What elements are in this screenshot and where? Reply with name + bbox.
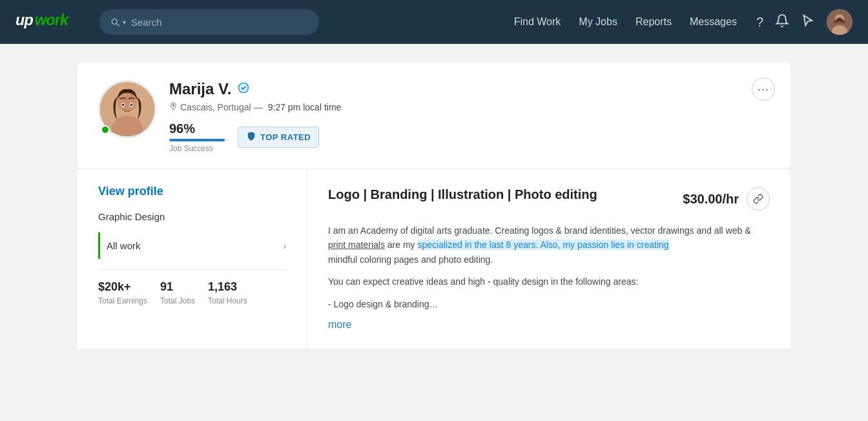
progress-bar-fill [169, 139, 225, 141]
gig-description-2: You can expect creative ideas and high -… [328, 274, 770, 289]
category-label[interactable]: Graphic Design [98, 211, 286, 222]
svg-point-10 [122, 104, 125, 107]
progress-bar [169, 139, 227, 141]
chevron-right-icon: › [283, 241, 286, 251]
more-link[interactable]: more [328, 319, 351, 330]
profile-location: Cascais, Portugal — 9:27 pm local time [169, 102, 770, 112]
stat-hours: 1,163 Total Hours [208, 280, 247, 305]
left-panel: View profile Graphic Design All work › $… [78, 169, 307, 349]
search-input[interactable] [131, 17, 286, 28]
svg-text:work: work [35, 12, 69, 28]
profile-stats: 96% Job Success TOP RATED [169, 121, 770, 153]
right-panel: Logo | Branding | Illustration | Photo e… [307, 169, 790, 349]
top-rated-badge: TOP RATED [238, 127, 319, 148]
upwork-logo[interactable]: up work [16, 10, 80, 35]
profile-name: Marija V. [169, 80, 770, 98]
main-nav: Find Work My Jobs Reports Messages [514, 16, 737, 28]
cursor-icon[interactable] [801, 14, 815, 31]
stat-jobs: 91 Total Jobs [160, 280, 195, 305]
messages-link[interactable]: Messages [690, 16, 737, 28]
gig-price-wrap: $30.00/hr [683, 187, 770, 211]
all-work-label: All work [107, 240, 141, 251]
reports-link[interactable]: Reports [636, 16, 672, 28]
gig-title: Logo | Branding | Illustration | Photo e… [328, 187, 683, 202]
job-success-wrap: 96% Job Success [169, 121, 227, 153]
search-chevron-icon: ▾ [123, 19, 126, 26]
header-icons: ? [756, 9, 852, 35]
svg-point-11 [130, 104, 133, 107]
svg-text:up: up [16, 12, 33, 28]
svg-point-13 [172, 105, 174, 107]
profile-avatar-wrap [98, 80, 156, 138]
job-success-label: Job Success [169, 144, 227, 153]
verified-icon [237, 81, 250, 98]
profile-top: Marija V. [98, 80, 770, 153]
location-text: Cascais, Portugal [180, 102, 251, 112]
earnings-value: $20k+ [98, 280, 147, 294]
stat-earnings: $20k+ Total Earnings [98, 280, 147, 305]
local-time-text: 9:27 pm local time [268, 102, 342, 112]
profile-name-text: Marija V. [169, 80, 232, 98]
hours-value: 1,163 [208, 280, 247, 294]
job-success-pct: 96% [169, 121, 227, 136]
description-line3: - Logo design & branding… [328, 299, 438, 309]
gig-description-3: - Logo design & branding… [328, 297, 770, 311]
gig-price: $30.00/hr [683, 192, 739, 207]
svg-point-12 [238, 83, 248, 92]
location-icon [169, 102, 178, 112]
gig-description-1: I am an Academy of digital arts graduate… [328, 223, 770, 267]
stats-row: $20k+ Total Earnings 91 Total Jobs 1,163… [98, 269, 286, 305]
online-status-dot [101, 125, 110, 134]
main-content: Marija V. [0, 44, 868, 367]
user-avatar[interactable] [827, 9, 852, 35]
search-bar[interactable]: ▾ [99, 9, 319, 35]
lower-section: View profile Graphic Design All work › $… [78, 169, 790, 349]
profile-card: Marija V. [78, 62, 790, 169]
copy-link-button[interactable] [747, 187, 770, 211]
shield-icon [246, 131, 256, 143]
badge-text: TOP RATED [260, 132, 311, 142]
view-profile-link[interactable]: View profile [98, 185, 286, 198]
help-icon[interactable]: ? [756, 15, 763, 30]
jobs-value: 91 [160, 280, 195, 294]
find-work-link[interactable]: Find Work [514, 16, 561, 28]
search-icon: ▾ [110, 17, 126, 27]
all-work-item[interactable]: All work › [98, 232, 286, 259]
gig-header: Logo | Branding | Illustration | Photo e… [328, 187, 770, 211]
earnings-label: Total Earnings [98, 296, 147, 305]
jobs-label: Total Jobs [160, 296, 195, 305]
more-options-button[interactable]: ··· [752, 77, 775, 101]
profile-info: Marija V. [169, 80, 770, 153]
hours-label: Total Hours [208, 296, 247, 305]
main-header: up work ▾ Find Work My Jobs Reports Mess… [0, 0, 868, 44]
my-jobs-link[interactable]: My Jobs [579, 16, 617, 28]
separator: — [254, 102, 263, 112]
notifications-icon[interactable] [775, 14, 789, 31]
